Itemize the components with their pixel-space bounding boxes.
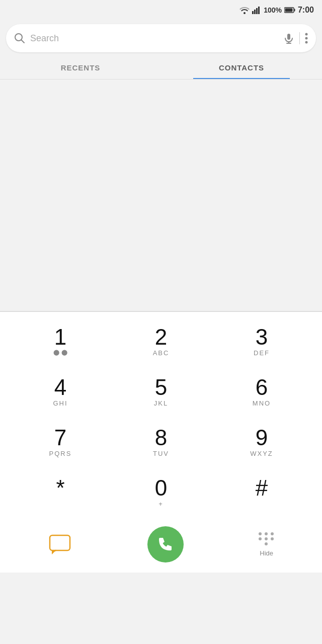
search-icon	[14, 33, 25, 44]
svg-line-8	[21, 40, 24, 43]
content-area	[0, 79, 322, 311]
dial-key-star[interactable]: *	[10, 468, 111, 518]
wifi-icon	[239, 6, 250, 14]
svg-point-12	[305, 33, 308, 36]
dial-key-2[interactable]: 2 ABC	[111, 317, 211, 367]
status-bar: 100% 7:00	[0, 0, 322, 20]
dialpad: 1 ⬤ ⬤ 2 ABC 3 DEF 4 GHI 5 JKL 6 MNO 7 PQ…	[0, 312, 322, 573]
svg-point-13	[305, 37, 308, 40]
hide-icon	[259, 532, 275, 545]
dial-key-3[interactable]: 3 DEF	[211, 317, 312, 367]
search-placeholder: Search	[30, 33, 278, 44]
tabs: RECENTS CONTACTS	[0, 56, 322, 79]
more-options-icon[interactable]	[305, 33, 308, 44]
call-button[interactable]	[147, 526, 184, 562]
svg-marker-17	[52, 550, 56, 554]
svg-rect-9	[287, 34, 290, 40]
dial-key-0[interactable]: 0 +	[111, 468, 211, 518]
hide-button[interactable]: Hide	[259, 532, 275, 557]
message-icon	[47, 533, 72, 555]
svg-rect-1	[254, 10, 256, 14]
search-divider	[299, 32, 300, 44]
dial-key-4[interactable]: 4 GHI	[10, 367, 111, 418]
svg-rect-5	[294, 9, 295, 12]
tab-contacts[interactable]: CONTACTS	[161, 56, 322, 79]
status-icons: 100% 7:00	[239, 6, 314, 15]
svg-point-14	[305, 41, 308, 44]
dial-key-hash[interactable]: #	[211, 468, 312, 518]
hide-label: Hide	[260, 549, 273, 557]
svg-rect-0	[252, 11, 254, 14]
dialpad-grid: 1 ⬤ ⬤ 2 ABC 3 DEF 4 GHI 5 JKL 6 MNO 7 PQ…	[0, 317, 322, 518]
mic-icon[interactable]	[283, 33, 294, 44]
signal-icon	[252, 6, 261, 14]
battery-text: 100%	[264, 6, 282, 14]
bottom-bar: Hide	[0, 518, 322, 573]
dial-key-5[interactable]: 5 JKL	[111, 367, 211, 418]
dial-key-7[interactable]: 7 PQRS	[10, 418, 111, 468]
svg-rect-15	[50, 535, 70, 550]
svg-rect-3	[258, 7, 260, 14]
message-button[interactable]	[47, 533, 72, 555]
svg-rect-2	[256, 8, 258, 14]
dial-key-8[interactable]: 8 TUV	[111, 418, 211, 468]
dial-key-9[interactable]: 9 WXYZ	[211, 418, 312, 468]
battery-icon	[284, 7, 295, 14]
svg-rect-6	[285, 9, 292, 12]
status-time: 7:00	[298, 6, 314, 15]
dial-key-6[interactable]: 6 MNO	[211, 367, 312, 418]
dial-key-1[interactable]: 1 ⬤ ⬤	[10, 317, 111, 367]
search-bar[interactable]: Search	[6, 24, 316, 52]
tab-recents[interactable]: RECENTS	[0, 56, 161, 79]
